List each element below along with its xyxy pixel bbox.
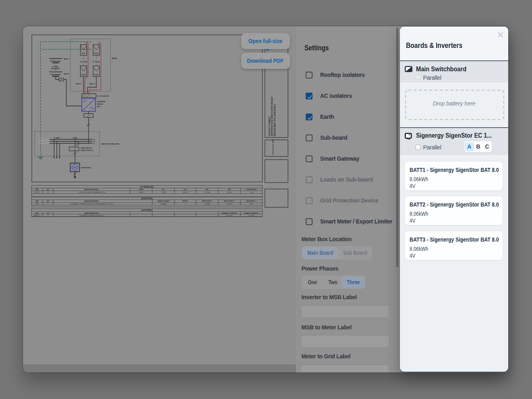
svg-text:MPPT 1: MPPT 1 (76, 83, 82, 85)
svg-text:BATT1-3: BATT1-3 (34, 214, 40, 216)
svg-text:PMAX: PMAX (139, 188, 144, 190)
svg-text:C: C (94, 143, 95, 144)
svg-text:38.88V: 38.88V (183, 191, 188, 193)
svg-text:DESIGN REF: PYL-1166-2056-1: DESIGN REF: PYL-1166-2056-1 (273, 104, 276, 136)
svg-text:IN SERIES: IN SERIES (51, 68, 60, 70)
svg-text:MPPTS: MPPTS (182, 200, 188, 202)
svg-text:QTY: QTY (46, 212, 50, 214)
svg-text:SIGENERGY SIGENSTOR EC 10.0 SP: SIGENERGY SIGENSTOR EC 10.0 SP AU (AS477… (70, 203, 113, 205)
svg-text:RATED POWER: RATED POWER (157, 200, 169, 202)
svg-text:PM23: PM23 (94, 73, 99, 75)
svg-text:BATT2: BATT2 (64, 72, 70, 74)
svg-text:ISC: ISC (162, 188, 165, 190)
svg-text:INV1: INV1 (35, 203, 39, 205)
svg-text:14 SCOTT STREET: 14 SCOTT STREET (268, 116, 271, 136)
svg-text:13.87A: 13.87A (161, 191, 166, 193)
svg-text:MAKE AND MODEL: MAKE AND MODEL (85, 188, 99, 190)
svg-text:INVERTER: INVERTER (97, 100, 106, 102)
svg-text:CROYDON 2132 NEW SOUTH WALES: CROYDON 2132 NEW SOUTH WALES (271, 97, 273, 136)
svg-text:REF: REF (35, 212, 39, 214)
svg-text:23: 23 (47, 191, 49, 193)
svg-text:MAIN SWITCHBOARD: MAIN SWITCHBOARD (101, 143, 120, 145)
svg-text:Export Limit: 10kW: Export Limit: 10kW (272, 139, 274, 155)
svg-text:VMP: VMP (228, 188, 231, 190)
svg-text:QTY: QTY (46, 188, 50, 190)
svg-text:TONGWEI SOLAR TWMSMAP-108-H: TONGWEI SOLAR TWMSMAP-108-H (78, 191, 105, 193)
svg-text:BATTERIES: BATTERIES (141, 209, 153, 211)
svg-text:INVERTERS: INVERTERS (141, 197, 153, 199)
svg-text:PV MODULES: PV MODULES (140, 185, 154, 188)
svg-text:3 TOTAL: 3 TOTAL (52, 65, 59, 67)
svg-text:1: 1 (48, 203, 48, 205)
svg-text:MPPT INPUT V: MPPT INPUT V (224, 200, 235, 202)
svg-text:REF: REF (35, 200, 39, 202)
svg-text:4: 4 (185, 203, 186, 205)
svg-text:GRID: GRID (73, 136, 77, 139)
svg-text:PM1: PM1 (82, 52, 85, 54)
svg-text:66/16A: 66/16A (205, 203, 210, 205)
svg-text:SIGENERGY SIGENSTOR BAT 8.0: SIGENERGY SIGENSTOR BAT 8.0 (79, 214, 105, 216)
svg-text:13.16A: 13.16A (205, 191, 210, 193)
svg-text:REF: REF (35, 188, 39, 190)
svg-text:IMP: IMP (206, 188, 209, 190)
svg-text:INV1: INV1 (97, 105, 101, 107)
svg-text:M: M (73, 165, 77, 170)
svg-text:B: B (94, 141, 95, 142)
svg-text:DC ISOLATOR: DC ISOLATOR (97, 95, 109, 97)
svg-text:3: 3 (48, 214, 48, 216)
svg-text:600V: 600V (250, 203, 253, 205)
svg-text:MAX INPUT V: MAX INPUT V (246, 200, 257, 202)
svg-text:7.8 kWh: 7.8 kWh (248, 214, 254, 216)
svg-text:VOC: VOC (184, 188, 187, 190)
svg-text:31.48V: 31.48V (227, 191, 232, 193)
svg-text:MPPT INPUT I: MPPT INPUT I (202, 200, 213, 202)
svg-text:9999VA: 9999VA (97, 103, 103, 105)
svg-text:PM13: PM13 (94, 52, 99, 54)
svg-text:8.06 kWh: 8.06 kWh (226, 214, 232, 216)
svg-text:LOADS: LOADS (54, 136, 60, 139)
svg-text:PM1-23: PM1-23 (34, 191, 40, 193)
svg-text:NOMINAL CAPACITY: NOMINAL CAPACITY (221, 212, 237, 214)
svg-text:MAKE AND MODEL: MAKE AND MODEL (85, 212, 99, 214)
svg-text:90-560V: 90-560V (226, 203, 232, 205)
svg-text:BATT1: BATT1 (64, 58, 70, 60)
svg-text:MAKE AND MODEL: MAKE AND MODEL (85, 200, 99, 202)
svg-text:ROOF: ROOF (112, 57, 117, 59)
svg-text:A: A (94, 139, 95, 140)
svg-text:(GRID SUPPLY): (GRID SUPPLY) (81, 149, 93, 151)
svg-text:PM12: PM12 (81, 73, 86, 75)
svg-text:USABLE CAPACITY: USABLE CAPACITY (244, 212, 259, 214)
svg-text:QTY: QTY (46, 200, 50, 202)
svg-text:9.99kVA: 9.99kVA (160, 203, 166, 205)
svg-text:MPPT 2: MPPT 2 (89, 83, 96, 85)
svg-text:11 TOTAL: 11 TOTAL (93, 60, 101, 62)
svg-text:MAIN SWITCH: MAIN SWITCH (81, 147, 92, 149)
svg-text:440W: 440W (139, 191, 143, 193)
svg-text:12 TOTAL: 12 TOTAL (80, 60, 88, 62)
svg-text:METER BOX: METER BOX (81, 167, 91, 169)
svg-text:25A: 25A (250, 191, 253, 193)
svg-text:FUSE RATING: FUSE RATING (246, 188, 257, 190)
